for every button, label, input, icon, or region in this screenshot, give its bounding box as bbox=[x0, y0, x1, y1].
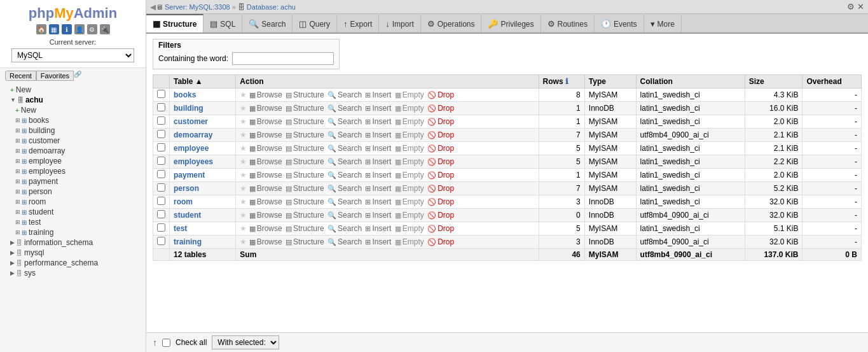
empty-link-test[interactable]: ▦Empty bbox=[395, 224, 424, 233]
empty-link-customer[interactable]: ▦Empty bbox=[395, 117, 424, 126]
search-link-demoarray[interactable]: 🔍Search bbox=[327, 130, 362, 139]
search-link-books[interactable]: 🔍Search bbox=[327, 90, 362, 99]
structure-link-student[interactable]: ▤Structure bbox=[286, 211, 324, 220]
insert-link-employees[interactable]: ⊞Insert bbox=[365, 157, 391, 166]
db-icon[interactable]: ▦ bbox=[49, 24, 59, 34]
row-checkbox-books[interactable] bbox=[153, 88, 170, 102]
empty-link-room[interactable]: ▦Empty bbox=[395, 197, 424, 206]
tab-structure[interactable]: ▦Structure bbox=[146, 14, 203, 32]
row-checkbox-person[interactable] bbox=[153, 182, 170, 195]
star-icon[interactable]: ★ bbox=[240, 197, 247, 206]
sidebar-item-new-root[interactable]: +New bbox=[0, 85, 146, 95]
row-checkbox-employee[interactable] bbox=[153, 142, 170, 155]
search-link-person[interactable]: 🔍Search bbox=[327, 184, 362, 193]
structure-link-room[interactable]: ▤Structure bbox=[286, 197, 324, 206]
info-icon[interactable]: ℹ bbox=[62, 24, 72, 34]
insert-link-books[interactable]: ⊞Insert bbox=[365, 90, 391, 99]
empty-link-training[interactable]: ▦Empty bbox=[395, 237, 424, 246]
sidebar-item-books[interactable]: ⊞⊞books bbox=[0, 115, 146, 125]
sidebar-item-mysql[interactable]: ▶🗄mysql bbox=[0, 248, 146, 258]
logo[interactable]: phpMyAdmin bbox=[6, 5, 139, 22]
star-icon[interactable]: ★ bbox=[240, 90, 247, 99]
link-icon[interactable]: 🔗 bbox=[74, 71, 81, 81]
table-link-training[interactable]: training bbox=[174, 237, 202, 246]
browse-link-student[interactable]: ▦Browse bbox=[249, 211, 282, 220]
drop-link-training[interactable]: 🚫Drop bbox=[427, 237, 454, 246]
insert-link-student[interactable]: ⊞Insert bbox=[365, 211, 391, 220]
structure-link-customer[interactable]: ▤Structure bbox=[286, 117, 324, 126]
row-checkbox-building[interactable] bbox=[153, 102, 170, 115]
sidebar-item-building[interactable]: ⊞⊞building bbox=[0, 125, 146, 136]
structure-link-person[interactable]: ▤Structure bbox=[286, 184, 324, 193]
check-all-checkbox[interactable] bbox=[162, 339, 170, 347]
table-link-customer[interactable]: customer bbox=[174, 117, 208, 126]
structure-link-payment[interactable]: ▤Structure bbox=[286, 171, 324, 180]
search-link-employee[interactable]: 🔍Search bbox=[327, 144, 362, 153]
star-icon[interactable]: ★ bbox=[240, 237, 247, 246]
table-link-student[interactable]: student bbox=[174, 211, 201, 220]
table-link-employees[interactable]: employees bbox=[174, 157, 213, 166]
tab-export[interactable]: ↑Export bbox=[337, 14, 379, 32]
empty-link-person[interactable]: ▦Empty bbox=[395, 184, 424, 193]
search-link-payment[interactable]: 🔍Search bbox=[327, 171, 362, 180]
drop-link-employee[interactable]: 🚫Drop bbox=[427, 144, 454, 153]
row-checkbox-payment[interactable] bbox=[153, 169, 170, 182]
tab-more[interactable]: ▾More bbox=[644, 14, 682, 32]
server-select[interactable]: MySQL bbox=[11, 48, 134, 62]
tab-events[interactable]: 🕐Events bbox=[595, 14, 644, 32]
star-icon[interactable]: ★ bbox=[240, 130, 247, 139]
drop-link-demoarray[interactable]: 🚫Drop bbox=[427, 130, 454, 139]
table-link-employee[interactable]: employee bbox=[174, 144, 209, 153]
structure-link-training[interactable]: ▤Structure bbox=[286, 237, 324, 246]
row-checkbox-employees[interactable] bbox=[153, 155, 170, 169]
row-checkbox-customer[interactable] bbox=[153, 115, 170, 129]
row-checkbox-demoarray[interactable] bbox=[153, 129, 170, 142]
insert-link-customer[interactable]: ⊞Insert bbox=[365, 117, 391, 126]
table-link-test[interactable]: test bbox=[174, 224, 187, 233]
home-icon[interactable]: 🏠 bbox=[36, 24, 46, 34]
filter-input[interactable] bbox=[232, 52, 334, 65]
tab-search[interactable]: 🔍Search bbox=[242, 14, 293, 32]
row-name-building[interactable]: building bbox=[170, 102, 236, 115]
row-checkbox-room[interactable] bbox=[153, 195, 170, 209]
table-link-demoarray[interactable]: demoarray bbox=[174, 130, 212, 139]
table-link-books[interactable]: books bbox=[174, 90, 196, 99]
drop-link-building[interactable]: 🚫Drop bbox=[427, 104, 454, 113]
drop-link-room[interactable]: 🚫Drop bbox=[427, 197, 454, 206]
search-link-test[interactable]: 🔍Search bbox=[327, 224, 362, 233]
browse-link-employees[interactable]: ▦Browse bbox=[249, 157, 282, 166]
insert-link-demoarray[interactable]: ⊞Insert bbox=[365, 130, 391, 139]
plugins-icon[interactable]: 🔌 bbox=[100, 24, 110, 34]
browse-link-room[interactable]: ▦Browse bbox=[249, 197, 282, 206]
drop-link-books[interactable]: 🚫Drop bbox=[427, 90, 454, 99]
sidebar-item-payment[interactable]: ⊞⊞payment bbox=[0, 176, 146, 187]
scroll-top-arrow[interactable]: ↑ bbox=[153, 337, 157, 348]
back-arrow[interactable]: ◀ bbox=[150, 3, 156, 11]
row-name-training[interactable]: training bbox=[170, 236, 236, 249]
tab-routines[interactable]: ⚙Routines bbox=[541, 14, 595, 32]
recent-button[interactable]: Recent bbox=[5, 71, 36, 81]
structure-link-building[interactable]: ▤Structure bbox=[286, 104, 324, 113]
insert-link-building[interactable]: ⊞Insert bbox=[365, 104, 391, 113]
row-name-books[interactable]: books bbox=[170, 88, 236, 102]
breadcrumb-db[interactable]: Database: achu bbox=[247, 3, 296, 11]
sidebar-item-sys[interactable]: ▶🗄sys bbox=[0, 268, 146, 278]
row-name-payment[interactable]: payment bbox=[170, 169, 236, 182]
insert-link-training[interactable]: ⊞Insert bbox=[365, 237, 391, 246]
sidebar-item-employee[interactable]: ⊞⊞employee bbox=[0, 156, 146, 166]
row-name-employees[interactable]: employees bbox=[170, 155, 236, 169]
tab-privileges[interactable]: 🔑Privileges bbox=[481, 14, 541, 32]
star-icon[interactable]: ★ bbox=[240, 117, 247, 126]
sidebar-item-performance_schema[interactable]: ▶🗄performance_schema bbox=[0, 258, 146, 268]
search-link-employees[interactable]: 🔍Search bbox=[327, 157, 362, 166]
browse-link-demoarray[interactable]: ▦Browse bbox=[249, 130, 282, 139]
table-link-room[interactable]: room bbox=[174, 197, 193, 206]
gear-icon[interactable]: ⚙ bbox=[847, 2, 855, 11]
drop-link-student[interactable]: 🚫Drop bbox=[427, 211, 454, 220]
browse-link-books[interactable]: ▦Browse bbox=[249, 90, 282, 99]
sidebar-item-room[interactable]: ⊞⊞room bbox=[0, 197, 146, 207]
sidebar-item-achu[interactable]: ▼🗄achu bbox=[0, 95, 146, 105]
drop-link-customer[interactable]: 🚫Drop bbox=[427, 117, 454, 126]
sidebar-item-student[interactable]: ⊞⊞student bbox=[0, 207, 146, 217]
user-icon[interactable]: 👤 bbox=[74, 24, 85, 34]
